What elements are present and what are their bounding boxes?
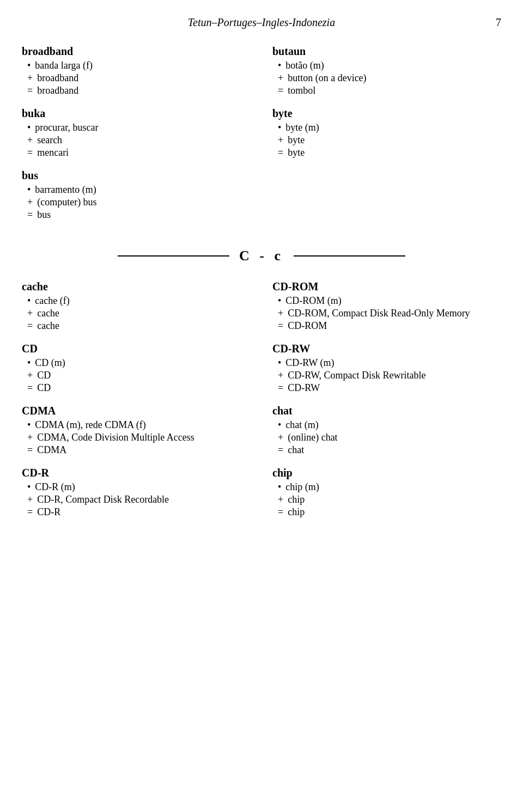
left-bottom-col: cache • cache (f) + cache = cache CD • C… [22, 280, 251, 529]
entry-text: broadband [37, 72, 78, 84]
equals-icon: = [278, 147, 283, 158]
plus-icon: + [27, 135, 33, 146]
entry-text: CD-ROM [288, 320, 327, 332]
entry-text: byte (m) [285, 122, 319, 133]
entry-text: chip [288, 506, 305, 518]
divider-line-left [118, 255, 229, 257]
equals-icon: = [278, 506, 283, 518]
entry-line: • barramento (m) [22, 184, 251, 196]
page-number: 7 [496, 16, 501, 29]
plus-icon: + [278, 308, 283, 319]
divider-line-right [294, 255, 405, 257]
term-chat: chat [272, 405, 501, 417]
entry-line: + CDMA, Code Division Multiple Access [22, 432, 251, 443]
bottom-section: cache • cache (f) + cache = cache CD • C… [22, 280, 501, 529]
entry-text: (online) chat [288, 432, 337, 443]
divider-inner: C - c [118, 248, 405, 264]
entry-text: CD [37, 382, 51, 394]
plus-icon: + [27, 432, 33, 443]
entry-text: chip (m) [285, 481, 319, 493]
plus-icon: + [27, 370, 33, 381]
entry-text: CD-ROM, Compact Disk Read-Only Memory [288, 308, 470, 319]
section-divider-c: C - c [22, 248, 501, 264]
entry-line: + search [22, 135, 251, 146]
entry-cdma: CDMA • CDMA (m), rede CDMA (f) + CDMA, C… [22, 405, 251, 456]
bullet-icon: • [27, 184, 31, 196]
plus-icon: + [278, 370, 283, 381]
bullet-icon: • [27, 419, 31, 431]
term-buka: buka [22, 107, 251, 120]
entry-line: • banda larga (f) [22, 60, 251, 71]
entry-line: = cache [22, 320, 251, 332]
entry-line: = chip [272, 506, 501, 518]
entry-text: CD [37, 370, 51, 381]
entry-text: CD-R (m) [35, 481, 75, 493]
entry-text: chat (m) [285, 419, 318, 431]
right-top-col: butaun • botão (m) + button (on a device… [272, 45, 501, 231]
entry-line: = CDMA [22, 444, 251, 456]
bullet-icon: • [278, 357, 281, 369]
entry-line: + byte [272, 135, 501, 146]
term-chip: chip [272, 467, 501, 479]
bullet-icon: • [278, 481, 281, 493]
entry-text: mencari [37, 147, 69, 158]
entry-line: = tombol [272, 85, 501, 96]
entry-line: = CD-ROM [272, 320, 501, 332]
entry-line: = CD-RW [272, 382, 501, 394]
plus-icon: + [278, 432, 283, 443]
bullet-icon: • [27, 60, 31, 71]
section-letter: C - c [239, 248, 284, 264]
entry-text: (computer) bus [37, 197, 96, 208]
entry-text: CD-R [37, 506, 60, 518]
entry-line: + CD [22, 370, 251, 381]
plus-icon: + [27, 308, 33, 319]
equals-icon: = [278, 85, 283, 96]
entry-cdr: CD-R • CD-R (m) + CD-R, Compact Disk Rec… [22, 467, 251, 518]
plus-icon: + [27, 197, 33, 208]
bullet-icon: • [278, 60, 281, 71]
equals-icon: = [27, 209, 33, 221]
equals-icon: = [27, 85, 33, 96]
entry-line: = bus [22, 209, 251, 221]
entry-line: • byte (m) [272, 122, 501, 133]
entry-cdrom: CD-ROM • CD-ROM (m) + CD-ROM, Compact Di… [272, 280, 501, 332]
plus-icon: + [278, 72, 283, 84]
equals-icon: = [278, 444, 283, 456]
entry-line: = byte [272, 147, 501, 158]
entry-line: • CD-ROM (m) [272, 295, 501, 307]
term-cdr: CD-R [22, 467, 251, 479]
entry-line: • chat (m) [272, 419, 501, 431]
entry-line: = CD [22, 382, 251, 394]
bullet-icon: • [278, 122, 281, 133]
entry-chip: chip • chip (m) + chip = chip [272, 467, 501, 518]
entry-line: • chip (m) [272, 481, 501, 493]
bullet-icon: • [27, 122, 31, 133]
term-cdrom: CD-ROM [272, 280, 501, 293]
bullet-icon: • [278, 295, 281, 307]
entry-text: cache [37, 320, 59, 332]
entry-text: byte [288, 135, 305, 146]
entry-text: CDMA, Code Division Multiple Access [37, 432, 194, 443]
plus-icon: + [278, 135, 283, 146]
entry-text: CD-RW (m) [285, 357, 334, 369]
entry-line: + chip [272, 494, 501, 505]
plus-icon: + [278, 494, 283, 505]
entry-text: CDMA (m), rede CDMA (f) [35, 419, 145, 431]
equals-icon: = [278, 320, 283, 332]
entry-text: CD-RW, Compact Disk Rewritable [288, 370, 425, 381]
entry-text: cache (f) [35, 295, 69, 307]
bullet-icon: • [278, 419, 281, 431]
equals-icon: = [27, 147, 33, 158]
entry-line: • CD-RW (m) [272, 357, 501, 369]
entry-line: • cache (f) [22, 295, 251, 307]
bullet-icon: • [27, 357, 31, 369]
right-bottom-col: CD-ROM • CD-ROM (m) + CD-ROM, Compact Di… [272, 280, 501, 529]
entry-byte: byte • byte (m) + byte = byte [272, 107, 501, 158]
bullet-icon: • [27, 481, 31, 493]
equals-icon: = [27, 320, 33, 332]
entry-line: + CD-RW, Compact Disk Rewritable [272, 370, 501, 381]
entry-text: tombol [288, 85, 315, 96]
term-broadband: broadband [22, 45, 251, 58]
entry-cache: cache • cache (f) + cache = cache [22, 280, 251, 332]
entry-line: • CD (m) [22, 357, 251, 369]
